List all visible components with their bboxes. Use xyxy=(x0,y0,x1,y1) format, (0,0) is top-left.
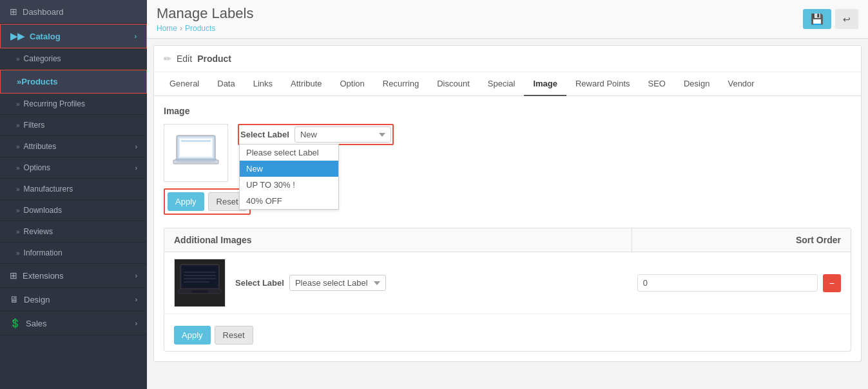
filters-arrow-icon: » xyxy=(16,122,20,129)
save-button[interactable]: 💾 xyxy=(803,9,831,29)
categories-arrow-icon: » xyxy=(16,55,20,63)
extensions-arrow-icon: › xyxy=(135,272,137,279)
sidebar-item-sales[interactable]: 💲 Sales › xyxy=(0,312,147,335)
svg-rect-12 xyxy=(184,278,216,279)
breadcrumb-products[interactable]: Products xyxy=(185,24,215,33)
sort-order-area: − xyxy=(637,274,841,292)
sales-arrow-icon: › xyxy=(135,320,137,327)
reviews-arrow-icon: » xyxy=(16,228,20,235)
page-header: Manage Labels Home › Products 💾 ↩ xyxy=(147,0,868,39)
sidebar-catalog-label: Catalog xyxy=(30,32,61,41)
information-arrow-icon: » xyxy=(16,250,20,257)
dropdown-item-new[interactable]: New xyxy=(240,161,338,177)
tab-general[interactable]: General xyxy=(160,72,208,96)
dropdown-list: Please select Label New UP TO 30% ! 40% … xyxy=(239,144,339,210)
additional-reset-button[interactable]: Reset xyxy=(215,326,253,344)
options-arrow-icon: » xyxy=(16,165,20,172)
additional-apply-reset-row: Apply Reset xyxy=(164,314,851,351)
manufacturers-arrow-icon: » xyxy=(16,186,20,193)
sidebar-item-downloads[interactable]: » Downloads xyxy=(0,200,147,221)
delete-row-button[interactable]: − xyxy=(823,274,841,292)
apply-reset-group: Apply Reset xyxy=(164,188,251,215)
edit-title-plain: Edit xyxy=(177,54,192,64)
sidebar-item-dashboard[interactable]: ⊞ Dashboard xyxy=(0,0,147,24)
additional-images-section: Additional Images Sort Order xyxy=(164,228,851,352)
sales-icon: 💲 xyxy=(10,318,21,328)
sidebar-item-extensions[interactable]: ⊞ Extensions › xyxy=(0,264,147,288)
tab-option[interactable]: Option xyxy=(331,72,374,96)
additional-apply-button[interactable]: Apply xyxy=(174,326,211,344)
attributes-arrow-icon: » xyxy=(16,143,20,150)
sidebar-information-label: Information xyxy=(24,248,63,257)
additional-label-dropdown[interactable]: Please select Label New UP TO 30% ! 40% … xyxy=(289,275,386,291)
sidebar-item-reviews[interactable]: » Reviews xyxy=(0,221,147,243)
header-left: Manage Labels Home › Products xyxy=(157,5,253,33)
products-arrow-icon: » xyxy=(17,77,21,86)
sidebar-options-label: Options xyxy=(24,163,50,172)
laptop-image xyxy=(170,132,222,174)
tab-image[interactable]: Image xyxy=(524,72,566,96)
tab-design[interactable]: Design xyxy=(675,72,719,96)
sidebar-recurring-label: Recurring Profiles xyxy=(24,99,85,108)
page-title: Manage Labels xyxy=(157,5,253,21)
breadcrumb-home[interactable]: Home xyxy=(157,24,177,33)
sidebar-downloads-label: Downloads xyxy=(24,206,62,215)
additional-btn-group: Apply Reset xyxy=(174,326,841,344)
label-select-dropdown[interactable]: Please select Label New UP TO 30% ! 40% … xyxy=(294,126,391,143)
sidebar-item-catalog[interactable]: ▶▶ Catalog › xyxy=(0,24,147,48)
image-section-title: Image xyxy=(164,106,851,116)
sidebar-item-options[interactable]: » Options › xyxy=(0,157,147,179)
svg-rect-11 xyxy=(184,275,216,276)
svg-rect-13 xyxy=(184,281,209,283)
sidebar-item-manufacturers[interactable]: » Manufacturers xyxy=(0,179,147,200)
options-expand-icon: › xyxy=(135,165,137,172)
main-content: Manage Labels Home › Products 💾 ↩ ✏ Edit… xyxy=(147,0,868,389)
tab-attribute[interactable]: Attribute xyxy=(282,72,331,96)
sidebar-item-filters[interactable]: » Filters xyxy=(0,115,147,136)
sidebar-item-recurring-profiles[interactable]: » Recurring Profiles xyxy=(0,94,147,115)
sidebar-sales-label: Sales xyxy=(26,319,47,328)
svg-rect-3 xyxy=(181,140,211,142)
additional-image-row: Select Label Please select Label New UP … xyxy=(164,252,851,314)
pencil-icon: ✏ xyxy=(164,54,171,64)
edit-title-bold: Product xyxy=(197,54,231,64)
dropdown-item-placeholder[interactable]: Please select Label xyxy=(240,145,338,161)
sidebar-extensions-label: Extensions xyxy=(23,271,64,281)
tab-recurring[interactable]: Recurring xyxy=(374,72,428,96)
apply-button[interactable]: Apply xyxy=(168,192,204,211)
tab-reward-points[interactable]: Reward Points xyxy=(566,72,639,96)
breadcrumb: Home › Products xyxy=(157,24,253,33)
dashboard-icon: ⊞ xyxy=(10,6,17,17)
sidebar-item-categories[interactable]: » Categories xyxy=(0,48,147,70)
additional-images-title: Additional Images xyxy=(164,228,632,252)
additional-label-select-row: Select Label Please select Label New UP … xyxy=(235,275,386,291)
tab-special[interactable]: Special xyxy=(479,72,525,96)
label-select-area: Select Label Please select Label New UP … xyxy=(238,124,394,145)
tab-links[interactable]: Links xyxy=(244,72,282,96)
dropdown-item-upto30[interactable]: UP TO 30% ! xyxy=(240,177,338,193)
sort-order-header: Sort Order xyxy=(632,228,851,252)
tab-vendor[interactable]: Vendor xyxy=(719,72,763,96)
sidebar-item-products[interactable]: » Products xyxy=(0,70,147,94)
tab-data[interactable]: Data xyxy=(208,72,244,96)
sidebar-item-information[interactable]: » Information xyxy=(0,243,147,264)
catalog-icon: ▶▶ xyxy=(10,31,24,41)
dropdown-container: Select Label Please select Label New UP … xyxy=(238,124,394,145)
sort-order-input[interactable] xyxy=(637,274,818,292)
main-image-thumb xyxy=(164,124,228,182)
extensions-icon: ⊞ xyxy=(10,270,17,281)
tab-seo[interactable]: SEO xyxy=(639,72,675,96)
sidebar-manufacturers-label: Manufacturers xyxy=(24,185,73,194)
svg-rect-5 xyxy=(175,159,217,161)
tabs-bar: General Data Links Attribute Option Recu… xyxy=(154,72,861,96)
additional-image-thumb xyxy=(174,259,226,307)
sidebar-item-design[interactable]: 🖥 Design › xyxy=(0,288,147,312)
tab-discount[interactable]: Discount xyxy=(428,72,479,96)
sidebar-item-attributes[interactable]: » Attributes › xyxy=(0,136,147,157)
sidebar: ⊞ Dashboard ▶▶ Catalog › » Categories » … xyxy=(0,0,147,389)
back-button[interactable]: ↩ xyxy=(835,9,858,29)
content-area: ✏ Edit Product General Data Links Attrib… xyxy=(147,39,868,389)
additional-select-label-text: Select Label xyxy=(235,278,284,288)
catalog-arrow-icon: › xyxy=(135,33,137,40)
dropdown-item-off40[interactable]: 40% OFF xyxy=(240,193,338,209)
